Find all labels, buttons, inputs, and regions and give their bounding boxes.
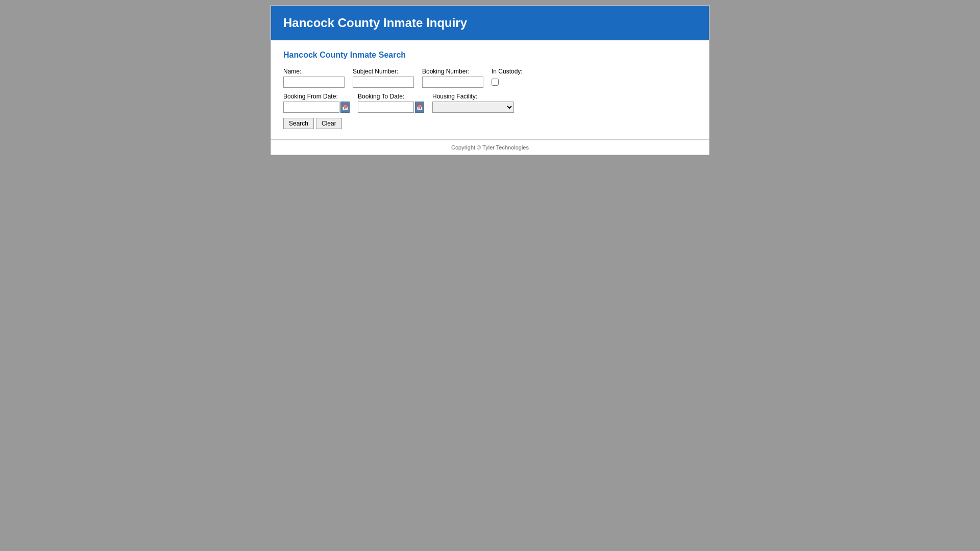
footer: Copyright © Tyler Technologies (271, 140, 709, 155)
section-title: Hancock County Inmate Search (283, 51, 697, 60)
booking-from-date-group: Booking From Date: 📅 (283, 93, 350, 113)
booking-to-date-input[interactable] (358, 102, 414, 113)
clear-button[interactable]: Clear (316, 118, 342, 129)
housing-facility-group: Housing Facility: (432, 93, 514, 113)
booking-from-date-group-inner: 📅 (283, 102, 350, 113)
search-button[interactable]: Search (283, 118, 314, 129)
booking-to-date-group: Booking To Date: 📅 (358, 93, 424, 113)
form-row-1: Name: Subject Number: Booking Number: In… (283, 68, 697, 88)
booking-to-date-calendar-button[interactable]: 📅 (415, 102, 424, 113)
booking-from-date-label: Booking From Date: (283, 93, 350, 100)
booking-to-date-label: Booking To Date: (358, 93, 424, 100)
subject-number-label: Subject Number: (353, 68, 414, 75)
page-title: Hancock County Inmate Inquiry (283, 16, 467, 30)
button-row: Search Clear (283, 118, 697, 129)
booking-number-input[interactable] (422, 77, 483, 88)
header: Hancock County Inmate Inquiry (271, 6, 709, 40)
booking-to-date-group-inner: 📅 (358, 102, 424, 113)
calendar-icon-2: 📅 (416, 105, 423, 110)
page-wrapper: Hancock County Inmate Inquiry Hancock Co… (271, 5, 709, 155)
booking-from-date-input[interactable] (283, 102, 339, 113)
housing-facility-select[interactable] (432, 102, 514, 113)
content-area: Hancock County Inmate Search Name: Subje… (271, 40, 709, 139)
in-custody-label: In Custody: (492, 68, 523, 75)
subject-number-group: Subject Number: (353, 68, 414, 88)
housing-facility-label: Housing Facility: (432, 93, 514, 100)
booking-from-date-calendar-button[interactable]: 📅 (340, 102, 350, 113)
name-input[interactable] (283, 77, 345, 88)
copyright-text: Copyright © Tyler Technologies (451, 144, 529, 151)
in-custody-group: In Custody: (492, 68, 523, 86)
booking-number-label: Booking Number: (422, 68, 483, 75)
form-row-2: Booking From Date: 📅 Booking To Date: 📅 (283, 93, 697, 113)
in-custody-checkbox[interactable] (492, 79, 499, 86)
subject-number-input[interactable] (353, 77, 414, 88)
booking-number-group: Booking Number: (422, 68, 483, 88)
name-label: Name: (283, 68, 345, 75)
name-group: Name: (283, 68, 345, 88)
calendar-icon: 📅 (342, 105, 348, 110)
